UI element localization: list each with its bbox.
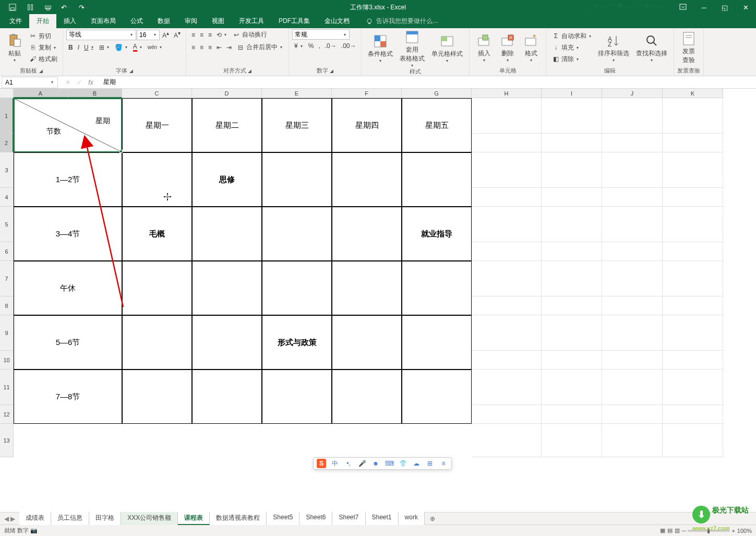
worksheet-grid[interactable]: ABCDEFGHIJK 12345678910111213 星期节数星期一星期二…	[0, 89, 756, 512]
indent-dec-button[interactable]: ⇤	[214, 43, 224, 52]
view-layout-button[interactable]: ▤	[667, 527, 673, 534]
qat-undo-icon[interactable]: ↶▾	[57, 2, 74, 13]
row-header-4[interactable]: 4	[0, 188, 14, 207]
cell[interactable]	[542, 261, 602, 296]
font-name-combo[interactable]: 等线▾	[66, 30, 136, 40]
cell[interactable]: 星期节数	[14, 98, 122, 152]
cell-style-button[interactable]: 单元格样式▾	[428, 32, 466, 64]
qat-touch-icon[interactable]	[22, 2, 39, 13]
cell[interactable]	[542, 315, 602, 351]
cell[interactable]	[472, 188, 542, 207]
col-header-E[interactable]: E	[262, 89, 332, 98]
sheet-tab-7[interactable]: Sheet6	[299, 512, 332, 525]
row-header-12[interactable]: 12	[0, 405, 14, 424]
cell[interactable]	[472, 405, 542, 424]
cell[interactable]	[472, 370, 542, 405]
bold-button[interactable]: B	[66, 43, 75, 52]
col-header-B[interactable]: B	[68, 89, 122, 98]
cell[interactable]	[663, 370, 723, 405]
cell[interactable]	[663, 242, 723, 261]
cell[interactable]: 就业指导	[402, 207, 472, 261]
qat-redo-icon[interactable]: ↷▾	[75, 2, 92, 13]
row-header-2[interactable]: 2	[0, 134, 14, 152]
row-header-8[interactable]: 8	[0, 296, 14, 315]
cell[interactable]	[663, 98, 723, 134]
cell[interactable]	[602, 152, 663, 188]
row-header-5[interactable]: 5	[0, 207, 14, 242]
cond-format-button[interactable]: 条件格式▾	[365, 32, 396, 64]
cell[interactable]	[402, 261, 472, 315]
cell[interactable]	[602, 207, 663, 242]
cell[interactable]	[602, 134, 663, 152]
cell[interactable]: 7—8节	[14, 370, 122, 424]
tab-file[interactable]: 文件	[2, 14, 29, 28]
cell[interactable]	[663, 134, 723, 152]
cell[interactable]	[472, 98, 542, 134]
number-format-combo[interactable]: 常规▾	[292, 29, 350, 40]
cell[interactable]	[192, 315, 262, 370]
qat-save-icon[interactable]	[4, 2, 21, 13]
row-header-3[interactable]: 3	[0, 152, 14, 188]
insert-cells-button[interactable]: 插入▾	[473, 31, 496, 64]
ime-toolbar[interactable]: S 中 •, 🎤 ☻ ⌨ 👕 ☁ ⊞ ≡	[313, 457, 452, 470]
sheet-tab-8[interactable]: Sheet7	[332, 512, 365, 525]
align-bottom-button[interactable]: ≡	[206, 30, 214, 40]
cell[interactable]	[663, 296, 723, 315]
percent-button[interactable]: %	[306, 41, 316, 51]
orientation-button[interactable]: ⟲▾	[214, 30, 230, 40]
phonetic-button[interactable]: wén▾	[146, 43, 165, 51]
cell[interactable]	[262, 261, 332, 315]
sheet-nav[interactable]: ◀ ▶	[0, 515, 19, 522]
cell[interactable]	[472, 152, 542, 188]
tab-data[interactable]: 数据	[150, 14, 177, 28]
cell[interactable]	[602, 261, 663, 296]
cell[interactable]: 毛概	[122, 207, 192, 261]
cell[interactable]	[542, 405, 602, 424]
autosum-button[interactable]: Σ自动求和▾	[549, 31, 594, 42]
sheet-tab-0[interactable]: 成绩表	[19, 512, 51, 525]
ime-grid-icon[interactable]: ⊞	[425, 459, 435, 468]
tab-view[interactable]: 视图	[205, 14, 232, 28]
sheet-tab-3[interactable]: XXX公司销售额	[121, 512, 178, 525]
col-header-C[interactable]: C	[122, 89, 192, 98]
ime-bubble-icon[interactable]: ☁	[412, 459, 421, 468]
ime-lang-button[interactable]: 中	[330, 459, 340, 468]
col-header-I[interactable]: I	[542, 89, 602, 98]
cell[interactable]	[602, 242, 663, 261]
font-grow-button[interactable]: A▴	[160, 29, 171, 40]
col-header-K[interactable]: K	[663, 89, 723, 98]
cell[interactable]	[602, 405, 663, 424]
table-format-button[interactable]: 套用 表格格式▾	[397, 28, 428, 69]
border-button[interactable]: ⊞▾	[97, 43, 112, 52]
select-all-button[interactable]	[0, 89, 14, 98]
font-size-combo[interactable]: 16▾	[137, 30, 160, 40]
cell[interactable]: 3—4节	[14, 207, 122, 261]
tab-review[interactable]: 审阅	[177, 14, 205, 28]
cancel-formula-button[interactable]: ✕	[63, 77, 73, 88]
comma-button[interactable]: ,	[316, 41, 322, 51]
tab-pdf[interactable]: PDF工具集	[271, 14, 317, 28]
cell[interactable]	[192, 207, 262, 261]
cell[interactable]	[542, 296, 602, 315]
cell[interactable]	[122, 370, 192, 424]
cell[interactable]	[332, 370, 402, 424]
cell[interactable]	[663, 207, 723, 242]
font-shrink-button[interactable]: A▾	[172, 29, 183, 40]
currency-button[interactable]: ¥▾	[292, 41, 306, 51]
row-header-13[interactable]: 13	[0, 424, 14, 457]
cell[interactable]	[332, 152, 402, 207]
cell[interactable]	[472, 424, 542, 457]
cell[interactable]: 星期一	[122, 98, 192, 152]
col-header-J[interactable]: J	[602, 89, 663, 98]
cell[interactable]	[602, 370, 663, 405]
row-header-6[interactable]: 6	[0, 242, 14, 261]
tab-layout[interactable]: 页面布局	[83, 14, 123, 28]
clear-button[interactable]: ◧清除▾	[549, 54, 594, 65]
row-header-1[interactable]: 1	[0, 98, 14, 134]
format-painter-button[interactable]: 🖌格式刷	[27, 54, 59, 65]
tell-me-search[interactable]: 告诉我您想要做什么...	[363, 14, 440, 28]
cell[interactable]	[542, 207, 602, 242]
col-header-A[interactable]: A	[14, 89, 68, 98]
enter-formula-button[interactable]: ✓	[74, 77, 85, 88]
name-box[interactable]: A1▾	[2, 77, 58, 88]
